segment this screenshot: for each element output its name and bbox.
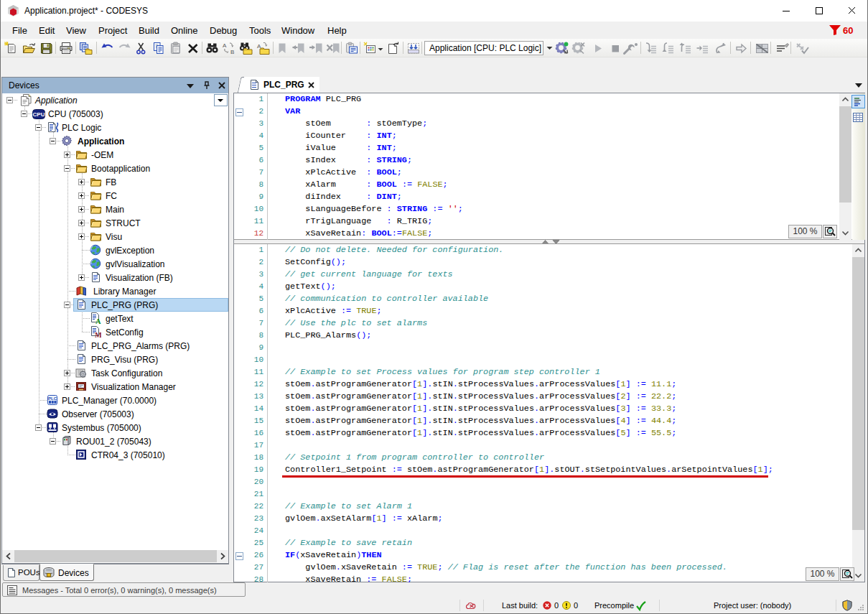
svg-text:A: A (223, 42, 227, 49)
svg-text:A: A (95, 317, 101, 325)
svg-text:B: B (230, 49, 234, 55)
svg-text:PLC: PLC (48, 396, 57, 401)
svg-text:M: M (95, 331, 101, 338)
svg-text:CPU: CPU (33, 111, 45, 118)
